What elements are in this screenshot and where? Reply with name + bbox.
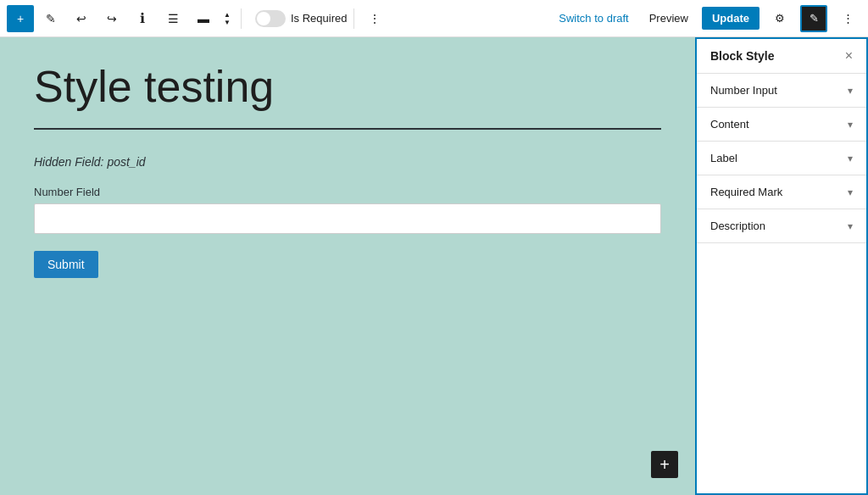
editor-canvas: Style testing Hidden Field: post_id Numb… bbox=[0, 37, 695, 495]
layout-button[interactable]: ▬ bbox=[190, 5, 217, 32]
pencil-tool-button[interactable]: ✎ bbox=[37, 5, 64, 32]
toolbar-separator-2 bbox=[353, 8, 354, 29]
list-view-button[interactable]: ☰ bbox=[159, 5, 186, 32]
section-description-label: Description bbox=[710, 220, 765, 232]
redo-button[interactable]: ↪ bbox=[98, 5, 125, 32]
panel-section-description[interactable]: Description ▾ bbox=[697, 209, 866, 243]
hidden-field-label: Hidden Field: post_id bbox=[34, 155, 661, 169]
panel-section-label[interactable]: Label ▾ bbox=[697, 142, 866, 175]
plus-bottom-icon: + bbox=[659, 455, 670, 475]
down-arrow-icon: ▼ bbox=[224, 19, 231, 26]
layout-icon: ▬ bbox=[198, 12, 209, 25]
divider bbox=[34, 128, 661, 130]
main-toolbar: + ✎ ↩ ↪ ℹ ☰ ▬ ▲ ▼ Is Required ⋮ Switch t… bbox=[0, 0, 868, 37]
redo-icon: ↪ bbox=[107, 12, 117, 25]
toolbar-right: Switch to draft Preview Update ⚙ ✎ ⋮ bbox=[552, 5, 861, 32]
page-title: Style testing bbox=[34, 63, 661, 111]
style-pencil-icon: ✎ bbox=[810, 12, 819, 25]
panel-header: Block Style × bbox=[697, 39, 866, 74]
switch-to-draft-button[interactable]: Switch to draft bbox=[552, 7, 635, 30]
up-arrow-icon: ▲ bbox=[224, 11, 231, 19]
is-required-label: Is Required bbox=[291, 12, 347, 25]
section-number-input-label: Number Input bbox=[710, 84, 777, 97]
number-field-input[interactable] bbox=[34, 203, 661, 234]
gear-icon: ⚙ bbox=[775, 12, 785, 25]
number-field-label: Number Field bbox=[34, 186, 661, 198]
panel-close-button[interactable]: × bbox=[845, 49, 853, 63]
plus-icon: + bbox=[17, 12, 24, 25]
undo-icon: ↩ bbox=[76, 12, 86, 25]
section-label-label: Label bbox=[710, 152, 737, 164]
panel-title: Block Style bbox=[710, 49, 774, 63]
toolbar-separator-1 bbox=[241, 8, 242, 29]
add-block-bottom-button[interactable]: + bbox=[651, 451, 678, 478]
panel-section-required-mark[interactable]: Required Mark ▾ bbox=[697, 175, 866, 209]
updown-arrows[interactable]: ▲ ▼ bbox=[220, 5, 234, 32]
overflow-icon: ⋮ bbox=[843, 12, 854, 25]
chevron-down-number-input-icon: ▾ bbox=[848, 85, 853, 97]
list-icon: ☰ bbox=[168, 12, 179, 25]
chevron-down-content-icon: ▾ bbox=[848, 119, 853, 131]
panel-section-number-input[interactable]: Number Input ▾ bbox=[697, 74, 866, 108]
undo-button[interactable]: ↩ bbox=[68, 5, 95, 32]
section-required-mark-label: Required Mark bbox=[710, 186, 782, 198]
panel-section-content[interactable]: Content ▾ bbox=[697, 108, 866, 142]
update-button[interactable]: Update bbox=[702, 7, 760, 30]
more-icon: ⋮ bbox=[369, 12, 381, 25]
settings-button[interactable]: ⚙ bbox=[766, 5, 793, 32]
pencil-tool-icon: ✎ bbox=[46, 12, 56, 25]
overflow-menu-button[interactable]: ⋮ bbox=[834, 5, 861, 32]
main-area: Style testing Hidden Field: post_id Numb… bbox=[0, 37, 868, 495]
more-options-button[interactable]: ⋮ bbox=[361, 5, 388, 32]
preview-button[interactable]: Preview bbox=[643, 7, 695, 30]
section-content-label: Content bbox=[710, 118, 749, 131]
info-button[interactable]: ℹ bbox=[129, 5, 156, 32]
style-editor-button[interactable]: ✎ bbox=[800, 5, 827, 32]
submit-button[interactable]: Submit bbox=[34, 251, 98, 278]
info-icon: ℹ bbox=[140, 10, 145, 26]
chevron-down-label-icon: ▾ bbox=[848, 153, 853, 164]
is-required-toggle-area: Is Required bbox=[255, 10, 347, 27]
add-block-button[interactable]: + bbox=[7, 5, 34, 32]
chevron-down-required-icon: ▾ bbox=[848, 186, 853, 198]
is-required-toggle[interactable] bbox=[255, 10, 286, 27]
block-style-panel: Block Style × Number Input ▾ Content ▾ L… bbox=[695, 37, 868, 495]
chevron-down-description-icon: ▾ bbox=[848, 220, 853, 232]
